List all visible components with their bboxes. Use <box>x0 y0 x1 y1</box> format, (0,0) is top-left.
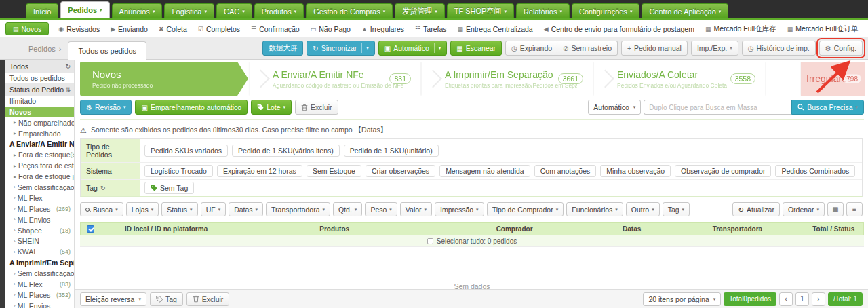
escanear-button[interactable]: ▦ Escanear <box>450 41 502 56</box>
lote-button[interactable]: Lote ▾ <box>251 100 292 115</box>
sidebar-item-a-enviar[interactable]: A Enviar/A Emitir N (831) <box>5 138 74 149</box>
filter-pill[interactable]: Com anotações <box>534 165 597 177</box>
historico-imp-button[interactable]: ◷ Histórico de imp. <box>742 41 816 56</box>
confirmacao-link[interactable]: ☰ Confirmação <box>245 25 305 33</box>
expander-icon[interactable]: › <box>14 206 16 212</box>
expander-icon[interactable]: › <box>14 216 16 223</box>
funnel-stage-irregulares[interactable]: Irregulares 798 <box>801 62 865 96</box>
footer-tag-button[interactable]: Tag <box>150 292 183 306</box>
funnel-stage-a-enviar[interactable]: A Enviar/A Emitir NFe Aguardando código … <box>250 62 420 96</box>
peso-filter[interactable]: Peso ▾ <box>365 202 397 216</box>
excluir-button[interactable]: Excluir <box>295 100 338 115</box>
uf-filter[interactable]: UF ▾ <box>201 202 226 216</box>
sidebar-collapse-rail[interactable] <box>0 60 5 308</box>
sidebar-item-sem-classificacao-1[interactable]: › Sem classificação (490) <box>5 182 74 193</box>
expander-icon[interactable]: ▸ <box>14 174 16 180</box>
nav-tab-cac[interactable]: CAC ▾ <box>216 3 252 18</box>
transportadora-filter[interactable]: Transportadora ▾ <box>266 202 330 216</box>
current-page-box[interactable]: 1 <box>795 292 809 306</box>
revisados-link[interactable]: ◉ Revisados <box>53 25 105 33</box>
filter-pill[interactable]: Mensagem não atendida <box>439 165 530 177</box>
nav-tab-relatorios[interactable]: Relatórios ▾ <box>516 3 570 18</box>
expander-icon[interactable]: › <box>14 184 16 190</box>
expander-icon[interactable]: ▸ <box>14 119 16 126</box>
tag-filter[interactable]: Tag ▾ <box>663 202 690 216</box>
filter-pill[interactable]: Minha observação <box>600 165 671 177</box>
mercado-full-pedidos-link[interactable]: ▦ Mercado Full仓订单 <box>782 24 864 34</box>
sidebar-item-shopee[interactable]: › Shopee (18) <box>5 225 74 236</box>
expander-icon[interactable]: › <box>14 249 16 255</box>
sidebar-item-sem-classificacao-2[interactable]: › Sem classificação (921) <box>5 268 74 279</box>
entrega-centralizada-link[interactable]: ▦ Entrega Centralizada <box>452 25 538 33</box>
sidebar-item-ml-envios-2[interactable]: › ML Envios <box>5 301 74 308</box>
shopee-sbs-estoque-link[interactable]: ▦ Shopee SBS库存 <box>863 24 868 34</box>
per-page-select[interactable]: 20 itens por página ▾ <box>643 292 721 306</box>
sidebar-header-status[interactable]: Status do Pedido ⇅ <box>5 83 74 96</box>
config-button[interactable]: ⚙ Config. <box>819 41 863 56</box>
expirando-button[interactable]: ◷ Expirando <box>505 41 558 56</box>
select-all-checkbox[interactable] <box>87 225 94 233</box>
next-page-button[interactable]: › <box>812 292 825 306</box>
filter-pill[interactable]: Observação de comprador <box>675 165 771 177</box>
filter-pill[interactable]: Expiração em 12 horas <box>217 165 302 177</box>
expander-icon[interactable]: › <box>14 195 16 201</box>
filter-pill[interactable]: Criar observações <box>366 165 435 177</box>
sem-rastreio-button[interactable]: ⊘ Sem rastreio <box>557 41 618 56</box>
valor-filter[interactable]: Valor ▾ <box>400 202 432 216</box>
nav-tab-produtos[interactable]: Produtos ▾ <box>254 3 304 18</box>
footer-excluir-button[interactable]: Excluir <box>186 292 230 306</box>
atualizar-button[interactable]: ↻ Atualizar <box>732 202 780 216</box>
qtd-filter[interactable]: Qtd. ▾ <box>333 202 362 216</box>
nav-tab-centro-de-aplicacao[interactable]: Centro de Aplicação ▾ <box>642 3 728 18</box>
lojas-filter[interactable]: Lojas ▾ <box>126 202 159 216</box>
filter-pill[interactable]: Pedido de 1 SKU(vários itens) <box>232 145 340 157</box>
select-all-pages-checkbox[interactable] <box>427 238 433 244</box>
expander-icon[interactable]: › <box>14 303 16 308</box>
expander-icon[interactable]: ▸ <box>14 152 16 158</box>
expander-icon[interactable]: › <box>14 227 16 233</box>
sidebar-item-ml-flex-2[interactable]: › ML Flex (83) <box>5 279 74 290</box>
expander-icon[interactable]: › <box>14 238 16 244</box>
nav-tab-tf-shop[interactable]: TF SHOP空间 ▾ <box>447 3 514 18</box>
mercado-full-estoque-link[interactable]: ▦ Mercado Full仓库存 <box>700 24 782 34</box>
expander-icon[interactable]: › <box>14 281 16 287</box>
enviando-link[interactable]: ▶ Enviando <box>105 25 153 33</box>
imp-exp-button[interactable]: Imp./Exp. ▾ <box>691 41 738 56</box>
novos-button[interactable]: ▤ Novos <box>5 22 49 35</box>
sem-tag-pill[interactable]: Sem Tag <box>144 182 194 194</box>
sidebar-item-a-imprimir[interactable]: A Imprimir/Em Sep (3661) <box>5 257 74 268</box>
tab-todos-os-pedidos[interactable]: Todos os pedidos <box>68 41 146 60</box>
nav-tab-logistica[interactable]: Logística ▾ <box>164 3 214 18</box>
search-mode-select[interactable]: Automático ▾ <box>588 100 641 115</box>
sidebar-item-ml-envios-1[interactable]: › ML Envios <box>5 214 74 225</box>
tarefas-link[interactable]: ☷ Tarefas <box>410 25 452 33</box>
revisao-button[interactable]: ⚙ Revisão ▾ <box>80 100 132 115</box>
prev-page-button[interactable]: ‹ <box>779 292 793 306</box>
filter-pill[interactable]: Sem Estoque <box>307 165 361 177</box>
sidebar-item-kwai[interactable]: › KWAI (54) <box>5 246 74 257</box>
expander-icon[interactable]: ▸ <box>14 163 16 169</box>
dashboard-button[interactable]: 数据大屏 <box>262 41 303 56</box>
sidebar-item-shein[interactable]: › SHEIN <box>5 235 74 246</box>
sidebar-item-emparelhado[interactable]: ▸ Emparelhado <box>5 128 74 139</box>
sidebar-item-fora-de-estoque[interactable]: ▸ Fora de estoque (831) <box>5 149 74 160</box>
impressao-filter[interactable]: Impressão ▾ <box>435 202 484 216</box>
eleicao-reversa-select[interactable]: Eleição reversa ▾ <box>80 292 146 306</box>
mass-search-input[interactable] <box>644 100 791 115</box>
sidebar-item-ml-places-2[interactable]: › ML Places (352) <box>5 290 74 301</box>
sidebar-item-todos-os-pedidos[interactable]: Todos os pedidos <box>5 73 74 83</box>
status-filter[interactable]: Status ▾ <box>161 202 197 216</box>
expander-icon[interactable]: › <box>14 292 16 298</box>
sidebar-item-ilimitado[interactable]: Ilimitado <box>5 96 74 107</box>
pedido-manual-button[interactable]: + Pedido manual <box>621 41 688 56</box>
refresh-icon[interactable]: ↻ <box>65 63 71 70</box>
emparelhamento-automatico-button[interactable]: ▣ Emparelhamento automático <box>135 100 248 115</box>
sidebar-header-todos[interactable]: Todos ↻ <box>5 60 74 73</box>
filter-pill[interactable]: Pedidos Combinados <box>775 165 855 177</box>
funnel-stage-enviados[interactable]: Enviados/A Coletar Pedidos Enviados e/ou… <box>594 62 765 96</box>
outro-filter[interactable]: Outro ▾ <box>626 202 660 216</box>
nav-tab-gestao-de-compras[interactable]: Gestão de Compras ▾ <box>306 3 393 18</box>
nav-tab-inicio[interactable]: Início <box>26 3 58 18</box>
funnel-stage-a-imprimir[interactable]: A Imprimir/Em Separação Etiquetas pronta… <box>422 62 593 96</box>
nav-tab-pedidos[interactable]: Pedidos ▾ <box>60 1 109 18</box>
